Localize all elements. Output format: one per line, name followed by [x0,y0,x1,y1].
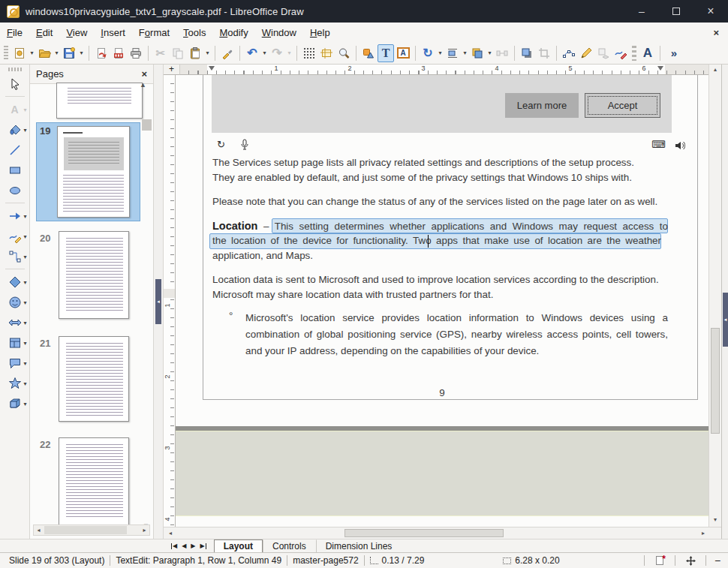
close-button[interactable]: × [693,0,728,23]
tab-layout[interactable]: Layout [214,539,263,552]
toolbar-overflow-button[interactable]: » [666,44,682,62]
connector-tool[interactable]: ▾ [1,246,29,266]
scroll-left-icon[interactable]: ◂ [34,527,44,533]
align-objects-button[interactable] [444,44,461,62]
undo-button[interactable]: ↶ [244,44,260,62]
document-modified-indicator[interactable] [650,556,669,565]
new-document-button[interactable] [11,44,28,62]
edit-points-button[interactable] [561,44,577,62]
pages-panel-hscrollbar[interactable]: ◂ ▸ [33,524,150,536]
cursor-position-info[interactable]: 0.13 / 7.29 [370,555,425,566]
align-dropdown[interactable]: ▾ [462,50,468,56]
menu-edit[interactable]: Edit [29,24,59,41]
next-page-button[interactable]: ▶ [191,542,195,549]
menu-modify[interactable]: Modify [212,24,254,41]
slide-viewport[interactable]: Learn more Accept ↻ ⌨ The Services setup… [176,75,708,527]
insert-text-frame-button[interactable]: A [395,44,411,62]
select-tool[interactable] [1,74,29,94]
sidebar-splitter[interactable]: ◂ [721,65,728,539]
left-indent-marker[interactable] [209,66,215,74]
thumbnails-scrollbar-thumb[interactable] [142,119,152,131]
pages-panel-splitter[interactable]: ◂ [154,65,164,539]
page-thumbnail-partial[interactable] [56,83,143,119]
fit-slide-button[interactable] [681,556,700,566]
page-thumbnail-19[interactable] [57,126,130,218]
print-button[interactable] [128,44,144,62]
open-button[interactable] [36,44,53,62]
fill-color-tool[interactable]: ▾ [1,119,29,140]
horizontal-scrollbar-thumb[interactable] [344,529,504,537]
arrange-dropdown[interactable]: ▾ [486,50,493,56]
menu-file[interactable]: File [0,24,29,41]
vertical-scrollbar-thumb[interactable] [711,328,720,434]
flowchart-tool[interactable]: ▾ [1,332,29,353]
callouts-tool[interactable]: ▾ [1,353,29,373]
arrange-button[interactable] [469,44,486,62]
page-thumbnail-22[interactable] [59,437,129,525]
scroll-right-icon[interactable]: ▸ [140,527,149,533]
right-indent-marker[interactable] [657,66,663,74]
previous-page-button[interactable]: ◀ [182,542,186,549]
lines-and-arrows-tool[interactable]: ▾ [1,206,29,226]
paste-dropdown[interactable]: ▾ [204,50,211,56]
zoom-button[interactable] [335,44,352,62]
menu-window[interactable]: Window [255,24,303,41]
scroll-right-icon[interactable]: ▸ [698,527,708,539]
scroll-up-icon[interactable]: ▴ [709,65,721,75]
export-pdf-button[interactable] [110,44,127,62]
first-page-button[interactable]: ◀ [171,542,177,549]
rectangle-tool[interactable] [1,160,29,180]
export-button[interactable] [93,44,110,62]
display-grid-button[interactable] [301,44,317,62]
toolbar-grip[interactable] [632,46,636,61]
stars-tool[interactable]: ▾ [1,373,29,393]
rotate-dropdown[interactable]: ▾ [437,50,444,56]
basic-shapes-tool[interactable]: ▾ [1,272,29,292]
menu-tools[interactable]: Tools [176,24,212,41]
object-size-info[interactable]: 6.28 x 0.20 [503,555,559,566]
splitter-handle[interactable]: ◂ [155,279,161,324]
block-arrows-tool[interactable]: ▾ [1,312,29,332]
horizontal-scrollbar[interactable]: ◂ ▸ [164,527,721,539]
save-dropdown[interactable]: ▾ [78,50,85,56]
vertical-scrollbar[interactable]: ▴ ▾ [708,65,721,527]
toolbar-grip[interactable] [4,46,8,61]
menu-help[interactable]: Help [303,24,337,41]
clone-formatting-button[interactable] [219,44,236,62]
line-tool[interactable] [1,140,29,160]
insert-text-box-button[interactable]: T [378,44,394,62]
pages-panel-hscrollbar-thumb[interactable] [44,526,127,534]
page-thumbnail-20[interactable] [59,231,129,319]
menu-format[interactable]: Format [132,24,176,41]
scroll-left-icon[interactable]: ◂ [165,527,176,539]
menu-insert[interactable]: Insert [94,24,132,41]
zoom-out-button[interactable]: − [711,554,723,566]
undo-dropdown[interactable]: ▾ [261,50,268,56]
menu-view[interactable]: View [59,24,94,41]
paste-button[interactable] [187,44,203,62]
redact-button[interactable] [612,44,629,62]
ellipse-tool[interactable] [1,180,29,200]
curve-tool[interactable]: ▾ [1,226,29,246]
thumbnails-scroll-up-icon[interactable]: ▲ [140,81,146,89]
document-close-icon[interactable]: × [713,27,719,38]
sidebar-splitter-handle[interactable]: ◂ [723,293,728,347]
page-thumbnail-21[interactable] [59,336,129,422]
vertical-ruler[interactable]: 1 2 3 4 [164,75,176,527]
open-dropdown[interactable]: ▾ [53,50,60,56]
horizontal-ruler[interactable]: 1 2 3 4 5 6 [180,65,721,75]
shadow-button[interactable] [519,44,535,62]
scroll-down-icon[interactable]: ▾ [709,515,721,525]
symbol-shapes-tool[interactable]: ▾ [1,292,29,312]
minimize-button[interactable]: – [624,0,659,23]
save-button[interactable] [61,44,77,62]
last-page-button[interactable]: ▶ [200,542,206,549]
tab-controls[interactable]: Controls [263,539,316,552]
fontwork-button[interactable]: A [639,44,656,62]
3d-objects-tool[interactable]: ▾ [1,393,29,413]
tab-dimension-lines[interactable]: Dimension Lines [316,539,402,552]
glue-points-button[interactable] [578,44,594,62]
helplines-button[interactable] [318,44,335,62]
maximize-button[interactable] [659,0,693,23]
shapes-button[interactable] [360,44,377,62]
